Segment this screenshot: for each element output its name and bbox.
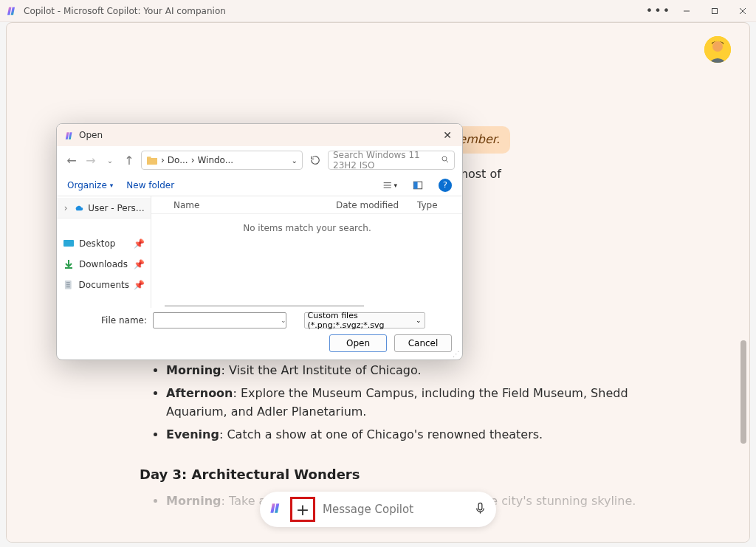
- file-type-filter[interactable]: Custom files (*.png;*.svgz;*.svg ⌄: [304, 312, 425, 328]
- refresh-button[interactable]: [307, 152, 323, 168]
- chat-input[interactable]: [323, 503, 466, 516]
- empty-message: No items match your search.: [151, 214, 463, 308]
- add-attachment-highlight: +: [290, 497, 315, 522]
- svg-rect-14: [413, 182, 417, 189]
- folder-icon: [146, 155, 158, 165]
- chevron-down-icon: ⌄: [416, 317, 422, 324]
- horizontal-scrollbar[interactable]: [165, 306, 364, 306]
- organize-menu[interactable]: Organize ▾: [67, 180, 113, 190]
- nav-up-button[interactable]: ↑: [122, 153, 137, 168]
- file-list: Name Date modified Type No items match y…: [151, 196, 463, 308]
- window-title: Copilot - Microsoft Copilot: Your AI com…: [24, 6, 651, 16]
- breadcrumb-seg-2[interactable]: Windo...: [197, 155, 233, 165]
- sidebar-item-documents[interactable]: Documents 📌: [57, 275, 151, 295]
- col-date[interactable]: Date modified: [336, 200, 417, 210]
- open-button[interactable]: Open: [329, 334, 387, 352]
- chevron-right-icon: ›: [161, 155, 165, 165]
- dialog-toolbar: Organize ▾ New folder ▾ ?: [57, 174, 462, 196]
- more-icon[interactable]: •••: [651, 4, 666, 18]
- add-attachment-button[interactable]: +: [293, 500, 312, 519]
- onedrive-icon: [74, 202, 84, 214]
- minimize-button[interactable]: [679, 4, 694, 18]
- preview-pane-button[interactable]: [410, 178, 425, 193]
- maximize-button[interactable]: [707, 4, 722, 18]
- list-item: Evening: Catch a show at one of Chicago'…: [166, 426, 646, 444]
- sidebar-item-user[interactable]: › User - Personal: [57, 198, 151, 219]
- svg-rect-6: [478, 503, 482, 510]
- file-name-label: File name:: [101, 315, 147, 326]
- new-folder-button[interactable]: New folder: [126, 180, 174, 190]
- svg-point-5: [712, 41, 723, 52]
- user-avatar[interactable]: [704, 36, 731, 63]
- day3-heading: Day 3: Architectural Wonders: [140, 464, 646, 485]
- dialog-header: Open ✕: [57, 124, 462, 146]
- chevron-right-icon: ›: [191, 155, 195, 165]
- dialog-close-button[interactable]: ✕: [440, 128, 455, 142]
- view-options-button[interactable]: ▾: [382, 178, 397, 193]
- search-input[interactable]: Search Windows 11 23H2 ISO: [328, 151, 455, 170]
- search-icon: [441, 155, 450, 166]
- documents-icon: [63, 279, 75, 291]
- chevron-down-icon: ▾: [110, 182, 114, 189]
- pin-icon: 📌: [134, 280, 145, 290]
- copilot-logo-icon[interactable]: [269, 501, 283, 517]
- chat-input-bar: +: [260, 492, 496, 527]
- dialog-nav: ← → ⌄ ↑ › Do... › Windo... ⌄ Search Wind…: [57, 146, 462, 174]
- copilot-icon: [6, 5, 18, 17]
- list-item: Afternoon: Explore the Museum Campus, in…: [166, 385, 646, 422]
- file-name-input[interactable]: [153, 312, 286, 328]
- cancel-button[interactable]: Cancel: [394, 334, 452, 352]
- svg-rect-15: [63, 240, 74, 247]
- chevron-down-icon[interactable]: ⌄: [292, 156, 298, 165]
- search-placeholder: Search Windows 11 23H2 ISO: [333, 150, 441, 171]
- copilot-icon: [64, 130, 75, 140]
- download-icon: [63, 258, 75, 270]
- close-button[interactable]: [735, 4, 750, 18]
- sidebar-item-downloads[interactable]: Downloads 📌: [57, 254, 151, 275]
- scrollbar-thumb[interactable]: [740, 340, 746, 444]
- svg-point-8: [442, 156, 447, 161]
- list-item: Morning: Visit the Art Institute of Chic…: [166, 362, 646, 380]
- chevron-down-icon[interactable]: ⌄: [281, 317, 286, 324]
- desktop-icon: [63, 238, 75, 250]
- pin-icon: 📌: [134, 259, 145, 269]
- file-open-dialog: Open ✕ ← → ⌄ ↑ › Do... › Windo... ⌄ Sear…: [56, 123, 463, 360]
- column-headers[interactable]: Name Date modified Type: [151, 196, 463, 214]
- nav-forward-button[interactable]: →: [83, 153, 98, 168]
- window-titlebar: Copilot - Microsoft Copilot: Your AI com…: [0, 0, 756, 22]
- pin-icon: 📌: [134, 238, 145, 249]
- breadcrumb-seg-1[interactable]: Do...: [168, 155, 188, 165]
- col-name[interactable]: Name: [173, 200, 336, 210]
- svg-rect-1: [712, 8, 718, 13]
- app-frame: visit Chicago in November. o help you ma…: [6, 22, 750, 543]
- dialog-body: › User - Personal Desktop 📌 Downloads 📌: [57, 196, 462, 308]
- nav-back-button[interactable]: ←: [64, 153, 79, 168]
- chevron-right-icon: ›: [63, 203, 69, 213]
- svg-line-9: [446, 160, 448, 162]
- day-bullets: Morning: Visit the Art Institute of Chic…: [140, 362, 646, 444]
- dialog-title: Open: [79, 130, 440, 140]
- dialog-sidebar: › User - Personal Desktop 📌 Downloads 📌: [57, 196, 151, 308]
- dialog-footer: File name: ⌄ Custom files (*.png;*.svgz;…: [57, 308, 462, 359]
- nav-recent-button[interactable]: ⌄: [103, 153, 117, 168]
- microphone-icon[interactable]: [473, 501, 487, 517]
- help-button[interactable]: ?: [439, 179, 452, 192]
- col-type[interactable]: Type: [417, 200, 454, 210]
- sidebar-item-desktop[interactable]: Desktop 📌: [57, 233, 151, 254]
- breadcrumb[interactable]: › Do... › Windo... ⌄: [141, 151, 303, 170]
